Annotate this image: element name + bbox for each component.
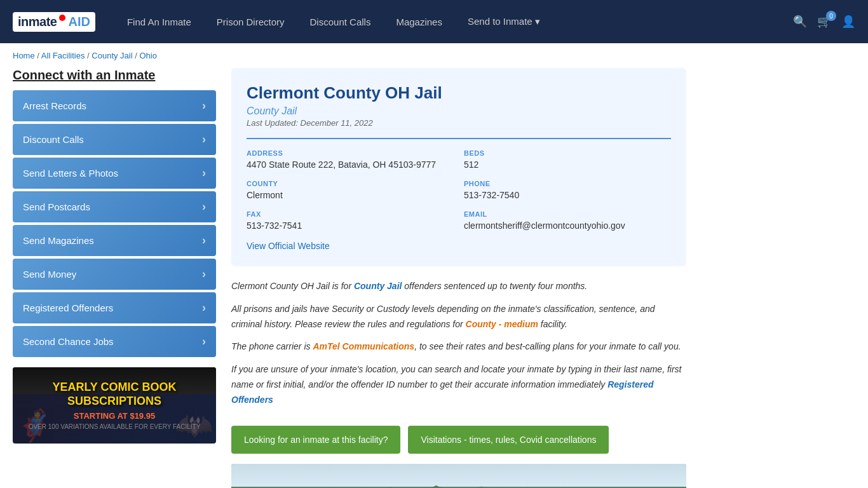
photo-sky (231, 464, 686, 487)
sidebar-item-arrest-records[interactable]: Arrest Records › (13, 90, 216, 121)
nav-discount-calls[interactable]: Discount Calls (297, 1, 384, 43)
county-label: COUNTY (247, 180, 454, 187)
sidebar-item-label: Send Money (23, 269, 76, 280)
sidebar-item-registered-offenders[interactable]: Registered Offenders › (13, 292, 216, 323)
beds-label: BEDS (464, 149, 671, 157)
logo-aid: AID (68, 15, 90, 29)
phone-group: PHONE 513-732-7540 (464, 180, 671, 200)
breadcrumb-county-jail[interactable]: County Jail (92, 51, 132, 60)
chevron-right-icon: › (202, 335, 206, 348)
chevron-right-icon: › (202, 234, 206, 247)
county-value: Clermont (247, 190, 454, 200)
sidebar-item-label: Send Postcards (23, 201, 90, 212)
sidebar-item-label: Second Chance Jobs (23, 336, 114, 347)
breadcrumb: Home / All Facilities / County Jail / Oh… (0, 43, 868, 68)
chevron-right-icon: › (202, 99, 206, 112)
beds-value: 512 (464, 159, 671, 170)
user-button[interactable]: 👤 (841, 15, 855, 29)
breadcrumb-ohio[interactable]: Ohio (139, 51, 156, 60)
action-buttons: Looking for an inmate at this facility? … (231, 426, 686, 454)
logo[interactable]: inmate AID (13, 12, 95, 32)
ad-price: STARTING AT $19.95 (29, 411, 201, 421)
breadcrumb-all-facilities[interactable]: All Facilities (41, 51, 85, 60)
visitations-button[interactable]: Visitations - times, rules, Covid cancel… (408, 426, 609, 454)
sidebar-ad[interactable]: 🦸 🦇 YEARLY COMIC BOOKSUBSCRIPTIONS START… (13, 367, 216, 444)
address-value: 4470 State Route 222, Batavia, OH 45103-… (247, 159, 454, 170)
desc-para4: If you are unsure of your inmate's locat… (231, 362, 686, 407)
fax-group: FAX 513-732-7541 (247, 210, 454, 231)
address-group: ADDRESS 4470 State Route 222, Batavia, O… (247, 149, 454, 170)
email-label: EMAIL (464, 210, 671, 218)
search-button[interactable]: 🔍 (793, 15, 807, 29)
facility-type: County Jail (247, 105, 671, 117)
sidebar-item-label: Arrest Records (23, 100, 86, 111)
sidebar-item-label: Discount Calls (23, 134, 84, 145)
chevron-right-icon: › (202, 133, 206, 146)
chevron-right-icon: › (202, 268, 206, 281)
looking-for-inmate-button[interactable]: Looking for an inmate at this facility? (231, 426, 400, 454)
sidebar-item-label: Registered Offenders (23, 302, 113, 313)
sidebar-item-discount-calls[interactable]: Discount Calls › (13, 124, 216, 155)
cart-button[interactable]: 🛒 0 (817, 15, 831, 29)
main-content: Clermont County OH Jail County Jail Last… (231, 68, 686, 488)
email-group: EMAIL clermontsheriff@clermontcountyohio… (464, 210, 671, 231)
desc-para1: Clermont County OH Jail is for County Ja… (231, 279, 686, 294)
fax-label: FAX (247, 210, 454, 218)
facility-name: Clermont County OH Jail (247, 83, 671, 103)
sidebar-item-send-magazines[interactable]: Send Magazines › (13, 225, 216, 256)
desc-para3: The phone carrier is AmTel Communication… (231, 339, 686, 355)
nav-links: Find An Inmate Prison Directory Discount… (114, 1, 793, 43)
breadcrumb-home[interactable]: Home (13, 51, 35, 60)
nav-send-to-inmate[interactable]: Send to Inmate ▾ (455, 1, 553, 43)
sidebar-menu: Arrest Records › Discount Calls › Send L… (13, 90, 216, 357)
facility-photo (231, 464, 686, 488)
ad-title: YEARLY COMIC BOOKSUBSCRIPTIONS (29, 381, 201, 408)
nav-icons: 🔍 🛒 0 👤 (793, 15, 855, 29)
desc-para2: All prisons and jails have Security or C… (231, 302, 686, 332)
chevron-right-icon: › (202, 166, 206, 180)
main-layout: Connect with an Inmate Arrest Records › … (0, 68, 699, 488)
nav-find-inmate[interactable]: Find An Inmate (114, 1, 204, 43)
phone-label: PHONE (464, 180, 671, 187)
facility-details: ADDRESS 4470 State Route 222, Batavia, O… (247, 138, 671, 231)
registered-offenders-link[interactable]: Registered Offenders (231, 379, 654, 405)
sidebar-item-send-money[interactable]: Send Money › (13, 259, 216, 290)
phone-value: 513-732-7540 (464, 190, 671, 200)
sidebar-item-send-letters[interactable]: Send Letters & Photos › (13, 158, 216, 189)
address-label: ADDRESS (247, 149, 454, 157)
cart-badge: 0 (826, 11, 836, 21)
nav-prison-directory[interactable]: Prison Directory (204, 1, 297, 43)
logo-text: inmate (18, 15, 57, 29)
sidebar-item-label: Send Magazines (23, 235, 94, 246)
facility-description: Clermont County OH Jail is for County Ja… (231, 279, 686, 426)
nav-magazines[interactable]: Magazines (383, 1, 455, 43)
sidebar-title: Connect with an Inmate (13, 68, 216, 83)
county-group: COUNTY Clermont (247, 180, 454, 200)
sidebar-item-send-postcards[interactable]: Send Postcards › (13, 191, 216, 222)
facility-card: Clermont County OH Jail County Jail Last… (231, 68, 686, 266)
county-jail-link[interactable]: County Jail (354, 281, 402, 291)
ad-note: OVER 100 VARIATIONS AVAILABLE FOR EVERY … (29, 423, 201, 430)
fax-value: 513-732-7541 (247, 220, 454, 231)
amtel-link[interactable]: AmTel Communications (313, 341, 414, 351)
logo-dot (59, 15, 65, 21)
county-medium-link[interactable]: County - medium (466, 319, 538, 329)
chevron-right-icon: › (202, 200, 206, 214)
navigation: inmate AID Find An Inmate Prison Directo… (0, 0, 868, 43)
sidebar: Connect with an Inmate Arrest Records › … (13, 68, 216, 488)
chevron-right-icon: › (202, 301, 206, 315)
facility-last-updated: Last Updated: December 11, 2022 (247, 118, 671, 128)
beds-group: BEDS 512 (464, 149, 671, 170)
sidebar-item-second-chance-jobs[interactable]: Second Chance Jobs › (13, 326, 216, 357)
email-value: clermontsheriff@clermontcountyohio.gov (464, 220, 671, 231)
sidebar-item-label: Send Letters & Photos (23, 168, 118, 179)
official-website-link[interactable]: View Official Website (247, 241, 330, 251)
